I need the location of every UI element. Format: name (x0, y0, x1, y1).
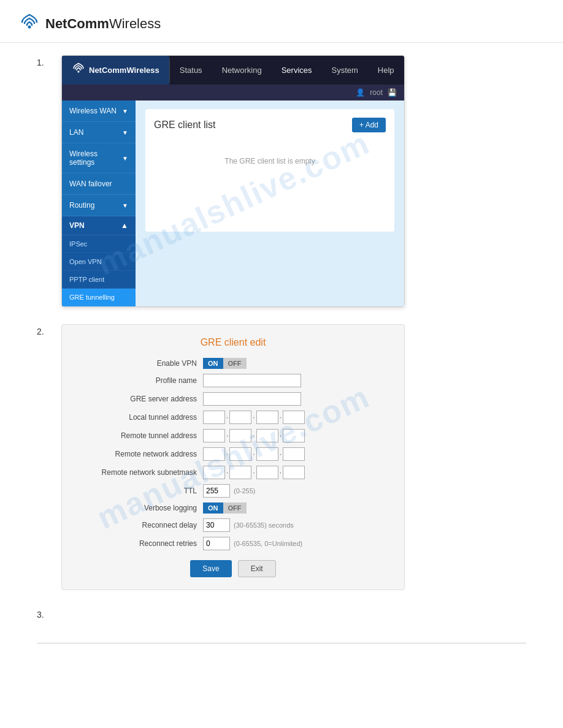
ttl-hint: (0-255) (234, 487, 255, 495)
form-actions: Save Exit (80, 560, 386, 577)
logo-text: NetCommWireless (45, 16, 161, 32)
sidebar-item-wireless-settings-label: Wireless settings (69, 150, 122, 167)
gre-server-address-row: GRE server address (80, 392, 386, 406)
local-tunnel-ip-1[interactable] (203, 411, 225, 424)
chevron-down-icon: ▼ (122, 108, 128, 115)
subnetmask-ip-1[interactable] (203, 466, 225, 479)
router-nav-items: Status Networking Services System Help (170, 58, 404, 82)
step-3-content (61, 607, 405, 626)
sidebar-sub-item-gre[interactable]: GRE tunnelling (62, 289, 136, 306)
remote-tunnel-address-label: Remote tunnel address (80, 431, 203, 440)
ttl-row: TTL (0-255) (80, 484, 386, 498)
add-button[interactable]: + Add (352, 118, 386, 132)
reconnect-retries-label: Reconnect retries (80, 539, 203, 548)
local-tunnel-ip-3[interactable] (256, 411, 278, 424)
remote-network-address-row: Remote network address · · · (80, 447, 386, 461)
profile-name-input[interactable] (203, 374, 301, 387)
verbose-logging-label: Verbose logging (80, 504, 203, 512)
remote-network-ip-2[interactable] (229, 447, 251, 461)
ip-sep-10: · (226, 468, 228, 477)
remote-network-ip-1[interactable] (203, 447, 225, 461)
router-nav-logo-icon (72, 62, 85, 78)
ttl-input[interactable] (203, 484, 230, 498)
nav-item-help[interactable]: Help (368, 58, 404, 82)
form-title: GRE client edit (80, 337, 386, 348)
remote-tunnel-ip-1[interactable] (203, 429, 225, 442)
gre-server-address-input[interactable] (203, 392, 301, 406)
remote-network-address-ip: · · · (203, 447, 305, 461)
nav-item-networking[interactable]: Networking (212, 58, 272, 82)
chevron-down-icon: ▼ (122, 129, 128, 136)
nav-item-system[interactable]: System (322, 58, 368, 82)
sidebar-sub-item-pptp[interactable]: PPTP client (62, 271, 136, 289)
sidebar-item-lan[interactable]: LAN ▼ (62, 122, 136, 143)
verbose-logging-row: Verbose logging ON OFF (80, 502, 386, 514)
remote-tunnel-ip-3[interactable] (256, 429, 278, 442)
ip-sep-7: · (226, 450, 228, 458)
local-tunnel-address-row: Local tunnel address · · · (80, 411, 386, 424)
reconnect-delay-row: Reconnect delay (30-65535) seconds (80, 518, 386, 532)
subnetmask-ip-4[interactable] (283, 466, 305, 479)
enable-vpn-label: Enable VPN (80, 359, 203, 368)
profile-name-row: Profile name (80, 374, 386, 387)
sidebar-item-wan-failover[interactable]: WAN failover (62, 173, 136, 195)
local-tunnel-address-label: Local tunnel address (80, 413, 203, 422)
remote-network-subnetmask-label: Remote network subnetmask (80, 468, 203, 477)
subnetmask-ip-2[interactable] (229, 466, 251, 479)
local-tunnel-ip-4[interactable] (283, 411, 305, 424)
reconnect-retries-input[interactable] (203, 537, 230, 550)
router-body: Wireless WAN ▼ LAN ▼ Wireless settings ▼ (62, 100, 404, 306)
username: root (370, 88, 383, 97)
ip-sep-6: · (280, 431, 282, 440)
sidebar-vpn-label: VPN (69, 221, 85, 230)
verbose-logging-off-btn[interactable]: OFF (223, 502, 247, 514)
ip-sep-12: · (280, 468, 282, 477)
enable-vpn-toggle: ON OFF (203, 358, 247, 369)
remote-tunnel-ip-4[interactable] (283, 429, 305, 442)
sidebar-sub-item-openvpn[interactable]: Open VPN (62, 253, 136, 271)
sidebar-item-wireless-settings[interactable]: Wireless settings ▼ (62, 143, 136, 173)
step-3-number: 3. (37, 607, 52, 620)
remote-network-address-label: Remote network address (80, 450, 203, 458)
router-nav: NetCommWireless Status Networking Servic… (62, 56, 404, 85)
reconnect-delay-hint: (30-65535) seconds (234, 521, 294, 529)
nav-item-services[interactable]: Services (272, 58, 322, 82)
enable-vpn-on-btn[interactable]: ON (203, 358, 223, 369)
sidebar-item-lan-label: LAN (69, 128, 83, 137)
ip-sep-1: · (226, 413, 228, 422)
step-2-number: 2. (37, 324, 52, 336)
ip-sep-2: · (253, 413, 255, 422)
step-3: 3. (37, 607, 526, 626)
ip-sep-11: · (253, 468, 255, 477)
remote-tunnel-address-row: Remote tunnel address · · · (80, 429, 386, 442)
reconnect-delay-input[interactable] (203, 518, 230, 532)
ip-sep-9: · (280, 450, 282, 458)
empty-message: The GRE client list is empty (154, 138, 386, 184)
sidebar-sub-item-ipsec[interactable]: IPSec (62, 235, 136, 253)
sidebar-item-routing[interactable]: Routing ▼ (62, 195, 136, 216)
sidebar-item-vpn[interactable]: VPN ▲ (62, 216, 136, 235)
ip-sep-8: · (253, 450, 255, 458)
sidebar-item-wireless-wan-label: Wireless WAN (69, 107, 117, 115)
reconnect-retries-row: Reconnect retries (0-65535, 0=Unlimited) (80, 537, 386, 550)
enable-vpn-row: Enable VPN ON OFF (80, 358, 386, 369)
step-2: 2. manualshlive.com GRE client edit Enab… (37, 324, 526, 590)
subnetmask-ip-3[interactable] (256, 466, 278, 479)
verbose-logging-toggle: ON OFF (203, 502, 247, 514)
user-icon: 👤 (356, 88, 365, 97)
sidebar-item-wireless-wan[interactable]: Wireless WAN ▼ (62, 100, 136, 122)
nav-item-status[interactable]: Status (170, 58, 212, 82)
step-1-number: 1. (37, 55, 52, 67)
remote-network-ip-3[interactable] (256, 447, 278, 461)
remote-tunnel-ip-2[interactable] (229, 429, 251, 442)
router-nav-logo-text: NetCommWireless (89, 66, 159, 75)
save-button[interactable]: Save (190, 560, 231, 577)
enable-vpn-off-btn[interactable]: OFF (223, 358, 247, 369)
remote-network-ip-4[interactable] (283, 447, 305, 461)
remote-network-subnetmask-ip: · · · (203, 466, 305, 479)
panel-title: GRE client list (154, 119, 215, 131)
router-main: GRE client list + Add The GRE client lis… (136, 100, 404, 306)
exit-button[interactable]: Exit (238, 560, 276, 577)
verbose-logging-on-btn[interactable]: ON (203, 502, 223, 514)
local-tunnel-ip-2[interactable] (229, 411, 251, 424)
